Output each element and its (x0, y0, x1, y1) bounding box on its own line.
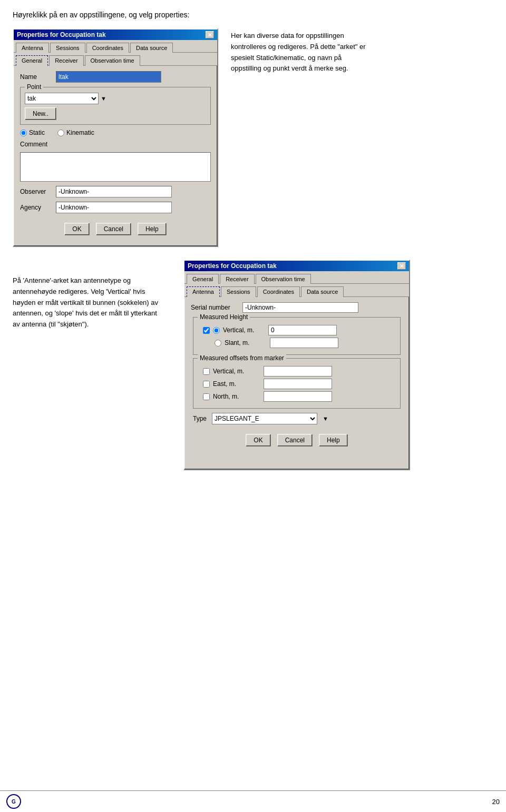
kinematic-radio[interactable] (57, 130, 64, 136)
type-dropdown-arrow-icon: ▼ (323, 415, 328, 422)
d2-tab-datasource[interactable]: Data source (301, 286, 344, 297)
vertical-input[interactable] (268, 325, 337, 335)
dialog1-buttons: OK Cancel Help (20, 219, 211, 241)
dialog1-help-button[interactable]: Help (138, 223, 167, 235)
logo-icon: G (6, 794, 21, 809)
slant-radio[interactable] (215, 340, 221, 346)
point-group: Point tak ▼ New.. (20, 87, 211, 125)
agency-input[interactable] (56, 202, 172, 213)
observer-input[interactable] (56, 186, 172, 197)
measured-height-group: Measured Height Vertical, m. Slant, m. (193, 317, 401, 355)
dialog2-tab-bar2: Antenna Sessions Coordinates Data source (184, 284, 409, 297)
offset-vertical-input[interactable] (264, 366, 332, 377)
slant-input[interactable] (270, 338, 338, 348)
agency-label: Agency (20, 204, 52, 211)
dialog1-close-button[interactable]: ✕ (206, 31, 214, 38)
dialog2-tab-bar1: General Receiver Observation time (184, 271, 409, 284)
d2-tab-receiver[interactable]: Receiver (220, 274, 254, 284)
tab-receiver[interactable]: Receiver (49, 55, 83, 66)
tab-general[interactable]: General (16, 55, 48, 66)
bottom-text-line4: antennen, og 'slope' hvis det er målt ti… (13, 309, 157, 317)
bottom-text-line1: På 'Antenne'-arket kan antennetype og (13, 276, 131, 284)
observer-row: Observer (20, 186, 211, 197)
tab-antenna[interactable]: Antenna (16, 43, 49, 53)
vertical-radio[interactable] (213, 327, 220, 334)
dialog1-tab-bar2: General Receiver Observation time (14, 53, 217, 66)
d2-tab-obstime[interactable]: Observation time (256, 274, 311, 284)
page-heading: Høyreklikk på en av oppstillingene, og v… (13, 11, 493, 19)
static-radio[interactable] (20, 130, 27, 136)
d2-tab-coordinates[interactable]: Coordinates (257, 286, 300, 297)
right-text-line2: kontrolleres og redigeres. På dette "ark… (231, 43, 366, 51)
tab-observation-time[interactable]: Observation time (85, 55, 140, 66)
bottom-left-description: På 'Antenne'-arket kan antennetype og an… (13, 260, 171, 330)
offset-north-row: North, m. (198, 391, 396, 402)
type-select[interactable]: JPSLEGANT_E (212, 413, 317, 424)
offset-east-checkbox[interactable] (203, 381, 210, 388)
kinematic-label: Kinematic (66, 129, 94, 136)
dialog2-title: Properties for Occupation tak (188, 262, 277, 270)
point-select[interactable]: tak (25, 93, 99, 104)
d2-tab-sessions[interactable]: Sessions (221, 286, 256, 297)
serial-input[interactable] (242, 302, 358, 313)
right-text-line3: spesielt Static/kinematic, og navn på (231, 54, 342, 62)
agency-row: Agency (20, 202, 211, 213)
tab-datasource[interactable]: Data source (130, 43, 173, 53)
d2-tab-general[interactable]: General (187, 274, 219, 284)
new-button[interactable]: New.. (25, 107, 56, 120)
dialog2-buttons: OK Cancel Help (191, 430, 403, 452)
point-dropdown-row: tak ▼ (25, 93, 206, 104)
vertical-checkbox[interactable] (203, 327, 210, 334)
offset-north-input[interactable] (264, 391, 332, 402)
point-legend: Point (25, 83, 43, 91)
dialog1-title-bar: Properties for Occupation tak ✕ (14, 29, 217, 40)
comment-label: Comment (20, 141, 52, 148)
right-description: Her kan diverse data for oppstillingen k… (231, 28, 493, 74)
tab-sessions[interactable]: Sessions (50, 43, 85, 53)
dialog2-title-bar: Properties for Occupation tak ✕ (184, 261, 409, 271)
dialog2-ok-button[interactable]: OK (246, 434, 270, 447)
type-row: Type JPSLEGANT_E ▼ (193, 413, 401, 424)
footer: G 20 (0, 790, 506, 812)
static-kinematic-row: Static Kinematic (20, 129, 211, 136)
vertical-m-label: Vertical, m. (223, 326, 265, 334)
dialog1-tab-bar: Antenna Sessions Coordinates Data source (14, 40, 217, 53)
offset-vertical-checkbox[interactable] (203, 368, 210, 375)
slant-label: Slant, m. (225, 339, 267, 346)
d2-tab-antenna[interactable]: Antenna (187, 286, 220, 297)
tab-coordinates[interactable]: Coordinates (86, 43, 129, 53)
dialog2-help-button[interactable]: Help (319, 434, 348, 447)
serial-row: Serial number (191, 302, 403, 313)
vertical-row: Vertical, m. (198, 325, 396, 335)
bottom-text-line5: av antenna (til "skjøten"). (13, 320, 89, 328)
offset-vertical-label: Vertical, m. (213, 368, 260, 375)
dialog2-cancel-button[interactable]: Cancel (277, 434, 313, 447)
type-label: Type (193, 415, 207, 422)
right-text-line4: oppstilling og punkt verdt å merke seg. (231, 64, 348, 72)
right-text-line1: Her kan diverse data for oppstillingen (231, 32, 344, 39)
page-number: 20 (492, 798, 500, 806)
dialog1: Properties for Occupation tak ✕ Antenna … (13, 28, 218, 247)
dialog2-close-button[interactable]: ✕ (397, 262, 406, 270)
name-row: Name (20, 71, 211, 83)
dialog2: Properties for Occupation tak ✕ General … (183, 260, 410, 470)
name-label: Name (20, 73, 52, 81)
serial-label: Serial number (191, 304, 238, 311)
offset-east-input[interactable] (264, 379, 332, 389)
offsets-legend: Measured offsets from marker (198, 354, 286, 362)
slant-row: Slant, m. (198, 338, 396, 348)
comment-textarea[interactable] (20, 152, 211, 182)
observer-label: Observer (20, 188, 52, 195)
dialog1-ok-button[interactable]: OK (64, 223, 89, 235)
offset-east-label: East, m. (213, 380, 260, 388)
measured-height-legend: Measured Height (198, 313, 250, 321)
dialog1-cancel-button[interactable]: Cancel (96, 223, 131, 235)
offset-north-checkbox[interactable] (203, 393, 210, 400)
offset-vertical-row: Vertical, m. (198, 366, 396, 377)
bottom-text-line2: antennehøyde redigeres. Velg 'Vertical' … (13, 288, 145, 295)
offset-east-row: East, m. (198, 379, 396, 389)
dropdown-arrow-icon: ▼ (101, 95, 106, 102)
offset-north-label: North, m. (213, 393, 260, 400)
name-input[interactable] (56, 71, 161, 83)
offsets-group: Measured offsets from marker Vertical, m… (193, 358, 401, 409)
